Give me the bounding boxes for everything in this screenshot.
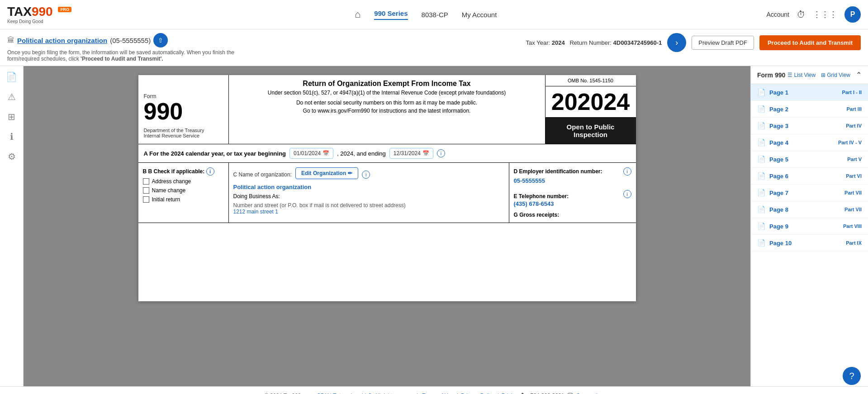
sub-header-actions: Tax Year: 2024 Return Number: 4D00347245…: [526, 33, 861, 52]
sub-header: 🏛 Political action organization (05-5555…: [0, 29, 868, 66]
part-badge-10: Part IX: [846, 240, 862, 246]
header-nav: ⌂ 990 Series 8038-CP My Account: [85, 9, 766, 20]
sidebar-collapse-icon[interactable]: ⌃: [856, 71, 862, 79]
footer: © 2024 Tax990.com, SPAN Enterprises LLC …: [0, 386, 868, 394]
footer-terms-link[interactable]: Terms of Use: [422, 393, 454, 394]
page-num-9: Page 9: [769, 223, 788, 230]
file-icon[interactable]: 📄: [6, 71, 17, 82]
initial-return-label: Initial return: [152, 196, 180, 203]
omb-number: OMB No. 1545-1150: [545, 75, 636, 86]
name-change-checkbox[interactable]: [143, 187, 149, 194]
page-nav-item-6[interactable]: 📄 Page 6 Part VI: [751, 168, 868, 185]
name-change-label: Name change: [152, 187, 186, 194]
return-number: 4D00347245960-1: [613, 39, 662, 46]
header-right: Account ⏱ ⋮⋮⋮ P: [766, 6, 861, 23]
help-bubble[interactable]: ?: [843, 367, 861, 385]
phone-info-icon[interactable]: i: [623, 190, 631, 198]
phone-label: E Telephone number:: [514, 193, 569, 199]
checkbox-initial-return: Initial return: [143, 196, 224, 203]
footer-separator1: |: [457, 393, 458, 394]
initial-return-checkbox[interactable]: [143, 196, 149, 203]
view-toggle: ☰ List View ⊞ Grid View ⌃: [787, 71, 862, 79]
page-nav-item-2[interactable]: 📄 Page 2 Part III: [751, 101, 868, 118]
proceed-audit-button[interactable]: Proceed to Audit and Transmit: [759, 35, 861, 50]
page-nav-item-4[interactable]: 📄 Page 4 Part IV - V: [751, 134, 868, 151]
footer-suggestion-link[interactable]: Suggestion: [576, 393, 603, 394]
cal-year-info-icon[interactable]: i: [437, 149, 445, 157]
org-info: 🏛 Political action organization (05-5555…: [7, 33, 234, 62]
user-avatar[interactable]: P: [844, 6, 861, 23]
address-change-checkbox[interactable]: [143, 178, 149, 185]
part-badge-7: Part VII: [844, 190, 862, 195]
ein-info-icon[interactable]: i: [623, 167, 631, 176]
logo[interactable]: TAX990 PRO: [7, 5, 71, 18]
edit-organization-button[interactable]: Edit Organization ✏: [295, 167, 358, 179]
footer-separator2: |: [498, 393, 499, 394]
nav-990-series[interactable]: 990 Series: [374, 9, 408, 20]
main-layout: 📄 ⚠ ⊞ ℹ ⚙ Form 990 Department of the Tre…: [0, 66, 868, 386]
form-subtitle: Under section 501(c), 527, or 4947(a)(1)…: [233, 90, 541, 96]
grid-form-icon[interactable]: ⊞: [8, 111, 15, 122]
page-doc-icon-7: 📄: [757, 189, 766, 197]
account-label: Account: [766, 11, 789, 18]
section-c: C Name of organization: Edit Organizatio…: [229, 163, 509, 223]
collapse-button[interactable]: ⇧: [153, 33, 168, 47]
page-nav-item-5[interactable]: 📄 Page 5 Part V: [751, 151, 868, 168]
page-nav-item-1[interactable]: 📄 Page 1 Part I - II: [751, 84, 868, 101]
page-nav-item-9[interactable]: 📄 Page 9 Part VIII: [751, 218, 868, 235]
phone-icon: 📞: [521, 393, 528, 394]
preview-draft-button[interactable]: Preview Draft PDF: [692, 36, 754, 50]
form-main-title: Return of Organization Exempt From Incom…: [233, 80, 541, 88]
page-num-4: Page 4: [769, 139, 788, 146]
right-sidebar-header: Form 990 ☰ List View ⊞ Grid View ⌃: [751, 66, 868, 84]
calendar-icon-end[interactable]: 📅: [422, 150, 429, 157]
org-icon: 🏛: [7, 36, 14, 44]
form-label-area: Form 990 Department of the Treasury Inte…: [138, 75, 229, 144]
part-badge-2: Part III: [846, 106, 862, 112]
nav-my-account[interactable]: My Account: [462, 11, 497, 19]
checkbox-address-change: Address change: [143, 178, 224, 185]
calendar-icon[interactable]: 📅: [323, 150, 329, 157]
page-nav-item-8[interactable]: 📄 Page 8 Part VII: [751, 201, 868, 218]
footer-span-link[interactable]: SPAN Enterprises LLC: [317, 393, 372, 394]
phone-value: (435) 678-6543: [514, 200, 631, 207]
nav-8038cp[interactable]: 8038-CP: [422, 11, 448, 19]
warning-icon[interactable]: ⚠: [8, 91, 16, 102]
end-date-input[interactable]: 12/31/2024 📅: [389, 148, 433, 159]
section-bcd-row: B B Check if applicable: i Address chang…: [138, 163, 636, 223]
page-nav-item-3[interactable]: 📄 Page 3 Part IV: [751, 118, 868, 134]
form-omb-area: OMB No. 1545-1150 202024 Open to Public …: [545, 75, 636, 144]
page-doc-icon-3: 📄: [757, 122, 766, 130]
logo-tagline: Keep Doing Good: [7, 19, 71, 24]
section-c-label: C Name of organization:: [233, 171, 292, 178]
page-doc-icon-5: 📄: [757, 155, 766, 163]
pro-badge: PRO: [58, 7, 71, 12]
part-badge-6: Part VI: [846, 173, 862, 179]
public-inspection-label: Open to Public Inspection: [545, 118, 636, 144]
page-doc-icon-10: 📄: [757, 239, 766, 247]
org-name-link[interactable]: Political action organization: [17, 37, 107, 44]
logo-area: TAX990 PRO Keep Doing Good: [7, 5, 71, 24]
home-icon[interactable]: ⌂: [355, 9, 360, 20]
grid-apps-icon[interactable]: ⋮⋮⋮: [813, 9, 837, 19]
settings-icon[interactable]: ⚙: [8, 151, 16, 162]
page-navigation-list: 📄 Page 1 Part I - II 📄 Page 2 Part III 📄…: [751, 84, 868, 386]
part-badge-5: Part V: [847, 157, 862, 162]
start-date-input[interactable]: 01/01/2024 📅: [289, 148, 333, 159]
page-nav-item-10[interactable]: 📄 Page 10 Part IX: [751, 235, 868, 252]
page-num-5: Page 5: [769, 156, 788, 163]
footer-pricing-link[interactable]: Pricing: [502, 393, 518, 394]
info-icon[interactable]: ℹ: [10, 131, 14, 142]
footer-privacy-link[interactable]: Privacy Policy: [461, 393, 495, 394]
list-view-button[interactable]: ☰ List View: [787, 72, 816, 78]
section-b-info-icon[interactable]: i: [206, 167, 214, 176]
page-num-1: Page 1: [769, 89, 788, 96]
form-title-area: Return of Organization Exempt From Incom…: [229, 75, 545, 144]
section-c-info-icon[interactable]: i: [362, 171, 370, 179]
address-field-label: Number and street (or P.O. box if mail i…: [233, 202, 504, 209]
page-nav-item-7[interactable]: 📄 Page 7 Part VII: [751, 185, 868, 201]
grid-view-button[interactable]: ⊞ Grid View: [821, 72, 850, 78]
next-arrow-button[interactable]: ›: [667, 33, 686, 52]
list-icon: ☰: [787, 72, 792, 78]
footer-copyright: © 2024 Tax990.com,: [265, 393, 314, 394]
